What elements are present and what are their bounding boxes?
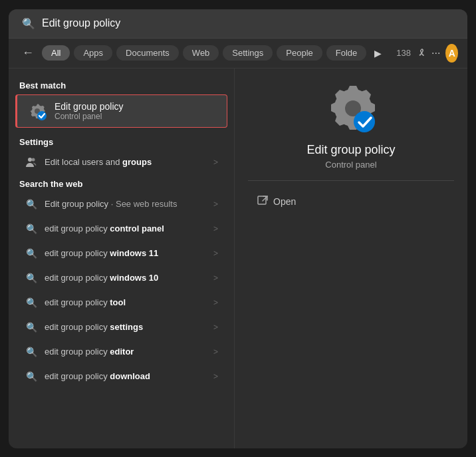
- best-match-label: Best match: [9, 76, 234, 93]
- web-item-3[interactable]: 🔍 edit group policy windows 10 >: [14, 266, 229, 290]
- web-item-text-0: Edit group policy · See web results: [45, 199, 207, 209]
- chevron-icon-1: >: [213, 224, 218, 233]
- settings-item-users[interactable]: Edit local users and groups >: [14, 150, 229, 174]
- search-web-icon-0: 🔍: [25, 198, 38, 211]
- web-item-1[interactable]: 🔍 edit group policy control panel >: [14, 217, 229, 241]
- open-button[interactable]: Open: [251, 192, 302, 212]
- left-panel: Best match Ed: [9, 69, 235, 448]
- best-match-text: Edit group policy Control panel: [55, 101, 124, 121]
- tab-settings[interactable]: Settings: [223, 45, 273, 61]
- web-search-section: Search the web 🔍 Edit group policy · See…: [9, 175, 234, 388]
- chevron-icon-2: >: [213, 249, 218, 258]
- more-options-button[interactable]: ···: [430, 46, 441, 61]
- settings-label: Settings: [9, 133, 234, 150]
- chevron-icon-7: >: [213, 372, 218, 381]
- web-item-text-2: edit group policy windows 11: [45, 248, 207, 258]
- web-item-text-7: edit group policy download: [45, 371, 207, 381]
- web-item-text-1: edit group policy control panel: [45, 224, 207, 233]
- detail-divider: [248, 180, 454, 181]
- chevron-icon-4: >: [213, 298, 218, 307]
- web-item-6[interactable]: 🔍 edit group policy editor >: [14, 340, 229, 364]
- filter-icon: 🎗: [417, 48, 426, 58]
- users-icon: [25, 156, 38, 169]
- web-item-text-5: edit group policy settings: [45, 322, 207, 332]
- search-web-icon-4: 🔍: [25, 296, 38, 309]
- tab-apps[interactable]: Apps: [74, 45, 112, 61]
- open-label: Open: [273, 196, 296, 207]
- open-icon: [257, 196, 268, 208]
- detail-app-type: Control panel: [325, 160, 376, 170]
- search-input[interactable]: [42, 17, 454, 29]
- search-web-icon-2: 🔍: [25, 247, 38, 260]
- app-icon-large: [324, 82, 378, 135]
- best-match-subtitle: Control panel: [55, 112, 124, 121]
- search-web-icon-6: 🔍: [25, 345, 38, 359]
- svg-point-2: [28, 158, 32, 162]
- web-item-text-4: edit group policy tool: [45, 297, 207, 307]
- web-item-text-6: edit group policy editor: [45, 347, 207, 357]
- tab-all[interactable]: All: [42, 45, 70, 61]
- svg-point-5: [354, 111, 375, 132]
- chevron-icon-5: >: [213, 323, 218, 332]
- web-item-5[interactable]: 🔍 edit group policy settings >: [14, 315, 229, 339]
- web-item-2[interactable]: 🔍 edit group policy windows 11 >: [14, 241, 229, 265]
- chevron-icon-6: >: [213, 347, 218, 357]
- search-web-icon-3: 🔍: [25, 271, 38, 285]
- web-item-7[interactable]: 🔍 edit group policy download >: [14, 365, 229, 388]
- best-match-icon: [27, 100, 48, 122]
- search-web-icon-7: 🔍: [25, 370, 38, 383]
- svg-rect-6: [258, 196, 266, 204]
- main-content: Best match Ed: [9, 69, 467, 448]
- search-window: 🔍 ← All Apps Documents Web Settings Peop…: [9, 9, 467, 448]
- result-count: 138: [396, 48, 411, 58]
- tab-folders[interactable]: Folde: [326, 45, 367, 61]
- tab-documents[interactable]: Documents: [116, 45, 179, 61]
- search-icon: 🔍: [22, 17, 35, 30]
- tab-web[interactable]: Web: [183, 45, 219, 61]
- settings-section: Settings Edit local users and groups >: [9, 133, 234, 174]
- search-web-icon-5: 🔍: [25, 321, 38, 334]
- web-item-4[interactable]: 🔍 edit group policy tool >: [14, 291, 229, 315]
- chevron-icon-3: >: [213, 273, 218, 283]
- chevron-icon: >: [213, 158, 218, 167]
- avatar[interactable]: A: [445, 44, 458, 63]
- web-item-0[interactable]: 🔍 Edit group policy · See web results >: [14, 192, 229, 216]
- search-web-icon-1: 🔍: [25, 222, 38, 235]
- detail-app-name: Edit group policy: [306, 143, 395, 157]
- chevron-icon-0: >: [213, 200, 218, 209]
- web-search-label: Search the web: [9, 175, 234, 192]
- filter-tabs: ← All Apps Documents Web Settings People…: [9, 39, 467, 69]
- search-bar: 🔍: [9, 9, 467, 39]
- web-item-text-3: edit group policy windows 10: [45, 273, 207, 283]
- right-panel: Edit group policy Control panel Open: [235, 69, 467, 448]
- back-button[interactable]: ←: [18, 45, 38, 61]
- best-match-item[interactable]: Edit group policy Control panel: [15, 94, 227, 128]
- play-button[interactable]: ▶: [370, 47, 386, 60]
- settings-item-text: Edit local users and groups: [45, 157, 207, 167]
- tab-people[interactable]: People: [277, 45, 322, 61]
- svg-point-3: [32, 158, 35, 161]
- best-match-title: Edit group policy: [55, 101, 124, 112]
